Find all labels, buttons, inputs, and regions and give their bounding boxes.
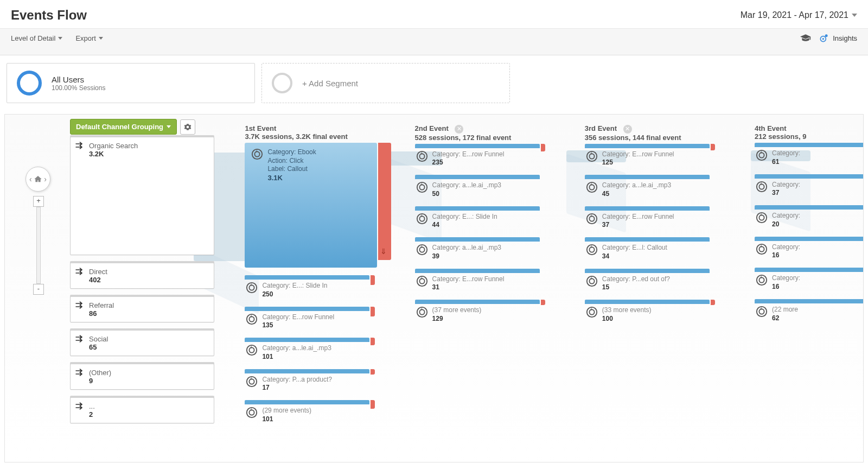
- toolbar: Level of Detail Export Insights: [0, 28, 868, 55]
- remove-column-button[interactable]: ✕: [623, 125, 632, 134]
- svg-point-9: [247, 345, 257, 355]
- source-value: 2: [89, 410, 208, 419]
- event-node[interactable]: Category: E...: Slide In44: [415, 206, 540, 230]
- home-button[interactable]: [25, 167, 50, 192]
- event-value: 100: [602, 315, 652, 322]
- add-segment-button[interactable]: + Add Segment: [261, 63, 510, 103]
- event-node[interactable]: Category:20: [755, 205, 864, 229]
- zoom-out-button[interactable]: -: [33, 284, 44, 295]
- event-node[interactable]: Category:16: [755, 237, 864, 261]
- settings-button[interactable]: [180, 119, 195, 135]
- dropoff-bar: ⇓: [378, 143, 391, 260]
- date-range-picker[interactable]: Mar 19, 2021 - Apr 17, 2021: [741, 10, 857, 20]
- svg-point-22: [419, 248, 424, 252]
- event-node[interactable]: Category: a...le.ai_.mp3101: [245, 338, 369, 362]
- svg-point-35: [587, 276, 597, 286]
- svg-point-34: [589, 248, 594, 252]
- event-label: Category: E...row Funnel: [432, 150, 505, 159]
- source-node[interactable]: Organic Search3.2K: [70, 137, 214, 255]
- event-node[interactable]: Category: EbookAction: ClickLabel: Callo…: [245, 143, 369, 268]
- event-value: 61: [772, 158, 800, 166]
- event-node[interactable]: Category:37: [755, 174, 864, 198]
- event-column-3: 3rd Event ✕ 356 sessions, 144 final even…: [585, 119, 755, 462]
- event-node[interactable]: Category: E...row Funnel135: [245, 307, 369, 331]
- event-node[interactable]: Category: a...le.ai_.mp345: [585, 175, 710, 199]
- arrow-icon: [75, 268, 85, 275]
- event-icon: [756, 212, 768, 224]
- column-subtitle: 356 sessions, 144 final event: [585, 134, 681, 142]
- zoom-slider[interactable]: [36, 207, 41, 284]
- event-icon: [756, 243, 768, 255]
- event-node[interactable]: Category: E...row Funnel235: [415, 144, 540, 168]
- event-icon: [251, 148, 263, 160]
- event-icon: [756, 274, 768, 286]
- event-icon: [586, 150, 598, 162]
- source-node[interactable]: Direct402: [70, 263, 214, 289]
- svg-point-25: [417, 307, 426, 317]
- remove-column-button[interactable]: ✕: [455, 125, 463, 134]
- insights-button[interactable]: Insights: [819, 33, 857, 43]
- svg-point-49: [757, 307, 767, 316]
- event-node[interactable]: Category: P...a product?17: [245, 369, 369, 393]
- source-node[interactable]: (Other)9: [70, 364, 214, 390]
- dropoff-bar: [711, 144, 715, 150]
- event-node[interactable]: Category: a...le.ai_.mp339: [415, 237, 540, 261]
- dimension-selector[interactable]: Default Channel Grouping: [70, 119, 177, 135]
- arrow-icon: [75, 402, 85, 410]
- svg-point-38: [589, 310, 594, 315]
- source-node[interactable]: ...2: [70, 397, 214, 423]
- event-node[interactable]: Category: E...row Funnel31: [415, 269, 540, 293]
- column-title: 2nd Event: [415, 124, 449, 132]
- event-node[interactable]: Category: a...le.ai_.mp350: [415, 175, 540, 199]
- source-value: 9: [89, 377, 208, 385]
- event-node[interactable]: Category: E...: Slide In250: [245, 275, 369, 299]
- event-node[interactable]: (29 more events)101: [245, 400, 369, 424]
- dropoff-bar: [371, 275, 375, 285]
- svg-point-2: [822, 38, 824, 40]
- svg-point-4: [255, 151, 260, 156]
- event-node[interactable]: Category: P...ed out of?15: [585, 269, 710, 293]
- dropoff-bar: [371, 307, 375, 316]
- event-value: 16: [772, 251, 800, 259]
- column-subtitle: 212 sessions, 9: [755, 132, 806, 141]
- event-node[interactable]: Category: E...row Funnel37: [585, 206, 710, 230]
- flow-canvas[interactable]: + - Default Channel Grouping Organic Sea…: [4, 114, 864, 462]
- event-node[interactable]: (22 more62: [755, 299, 864, 323]
- event-icon: [586, 275, 598, 287]
- event-value: 62: [772, 314, 798, 322]
- event-column-2: 2nd Event ✕ 528 sessions, 172 final even…: [415, 119, 585, 462]
- event-node[interactable]: Category:61: [755, 143, 864, 167]
- export-menu[interactable]: Export: [75, 34, 103, 42]
- event-node[interactable]: Category:16: [755, 268, 864, 291]
- event-label: Category:: [772, 212, 800, 220]
- event-node[interactable]: (33 more events)100: [585, 300, 710, 324]
- segment-name: All Users: [52, 75, 105, 84]
- event-label: (29 more events): [262, 407, 311, 415]
- source-value: 402: [89, 276, 208, 284]
- svg-point-8: [250, 316, 254, 321]
- event-label: Category: P...ed out of?: [602, 275, 670, 284]
- source-node[interactable]: Social65: [70, 330, 214, 356]
- svg-point-3: [252, 149, 262, 159]
- svg-point-10: [250, 348, 254, 353]
- source-node[interactable]: Referral86: [70, 296, 214, 322]
- education-icon[interactable]: [800, 34, 811, 42]
- chevron-down-icon: [58, 37, 62, 40]
- event-node[interactable]: Category: E...row Funnel125: [585, 144, 710, 168]
- segment-all-users[interactable]: All Users 100.00% Sessions: [7, 63, 255, 103]
- svg-point-36: [589, 278, 594, 283]
- export-label: Export: [75, 34, 96, 42]
- svg-point-39: [757, 150, 767, 160]
- zoom-in-button[interactable]: +: [33, 196, 44, 207]
- level-of-detail-menu[interactable]: Level of Detail: [11, 34, 62, 42]
- event-node[interactable]: Category: E...l: Callout34: [585, 237, 710, 261]
- event-label: Category: P...a product?: [262, 376, 332, 384]
- source-label: (Other): [89, 369, 208, 377]
- event-value: 44: [432, 221, 497, 229]
- event-node[interactable]: (37 more events)129: [415, 300, 540, 324]
- event-label: Category: E...row Funnel: [602, 150, 674, 159]
- dropoff-bar: [371, 400, 375, 409]
- svg-point-24: [419, 278, 424, 283]
- add-circle-icon: [272, 73, 292, 93]
- arrow-icon: [75, 335, 85, 343]
